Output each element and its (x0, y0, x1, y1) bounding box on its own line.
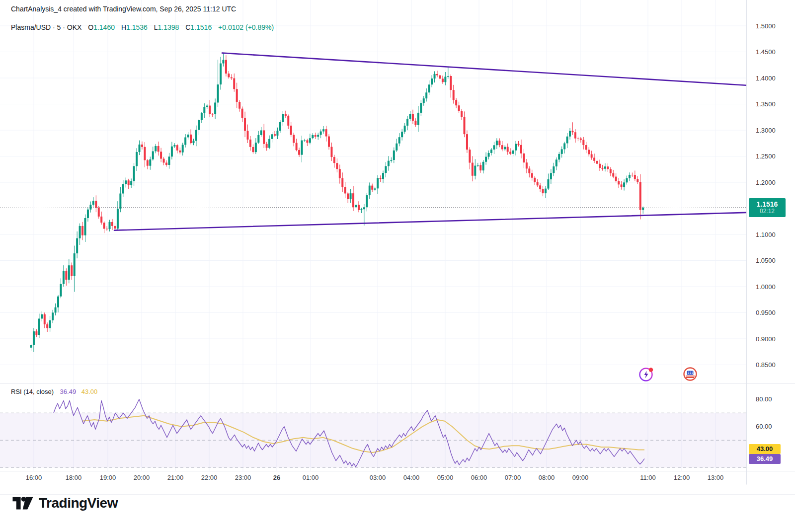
candle-body (81, 226, 83, 235)
price-tick-label[interactable]: 1.2500 (756, 152, 776, 160)
candle-body (322, 129, 324, 131)
candle-body (106, 229, 108, 229)
candle-body (504, 147, 506, 150)
price-tick-label[interactable]: 1.4000 (756, 75, 776, 82)
candle-body (285, 114, 287, 116)
price-tick-label[interactable]: 1.5000 (756, 22, 776, 30)
candle-body (612, 173, 614, 177)
candle-body (466, 134, 468, 150)
candle-body (523, 153, 525, 162)
candle-body (423, 98, 425, 103)
time-tick-label[interactable]: 26 (273, 474, 280, 481)
price-tick-label[interactable]: 1.4500 (756, 48, 776, 56)
price-tick-label[interactable]: 0.9000 (756, 335, 776, 343)
candle-body (147, 160, 149, 165)
symbol-legend[interactable]: Plasma/USD · 5 · OKX O1.1460 H1.1536 L1.… (11, 23, 274, 31)
candle-body (38, 318, 40, 335)
candle-body (371, 186, 373, 190)
candle-body (46, 324, 48, 328)
symbol-name[interactable]: Plasma/USD · 5 · OKX (11, 23, 81, 31)
candle-body (631, 175, 633, 175)
candle-body (436, 74, 438, 76)
time-tick-label[interactable]: 12:00 (674, 474, 690, 481)
rsi-tick-label[interactable]: 80.00 (756, 395, 772, 403)
time-tick-label[interactable]: 13:00 (708, 474, 724, 481)
candle-body (74, 253, 76, 276)
candle-body (328, 137, 330, 147)
time-tick-label[interactable]: 22:00 (201, 474, 218, 481)
candle-body (165, 162, 167, 165)
chart-canvas[interactable]: 1.50001.45001.40001.35001.30001.25001.20… (0, 0, 795, 495)
candle-body (396, 144, 398, 151)
candle-body (260, 130, 262, 135)
price-tick-label[interactable]: 1.3500 (756, 100, 776, 108)
candle-body (474, 166, 476, 176)
candle-body (537, 182, 539, 185)
candle-body (509, 152, 511, 153)
price-tick-label[interactable]: 1.1000 (756, 231, 776, 238)
time-tick-label[interactable]: 21:00 (167, 474, 184, 481)
candle-body (464, 117, 466, 135)
tradingview-logo[interactable]: TradingView (12, 494, 118, 512)
candle-body (593, 157, 595, 160)
candle-body (556, 159, 557, 166)
time-tick-label[interactable]: 01:00 (303, 474, 319, 481)
candle-body (103, 223, 105, 228)
time-tick-label[interactable]: 19:00 (100, 474, 116, 481)
candle-body (201, 113, 203, 120)
candle-body (330, 147, 332, 157)
rsi-value-badge: 36.49 (749, 454, 781, 464)
price-tick-label[interactable]: 0.8500 (756, 361, 776, 369)
candle-body (501, 145, 503, 149)
candle-body (374, 188, 376, 189)
candle-body (520, 145, 522, 153)
candle-body (528, 168, 530, 173)
candle-body (431, 78, 433, 84)
time-tick-label[interactable]: 20:00 (134, 474, 150, 481)
time-tick-label[interactable]: 06:00 (471, 474, 487, 481)
candle-body (547, 179, 549, 189)
tradingview-logo-text: TradingView (39, 495, 118, 511)
candle-body (531, 173, 533, 178)
candle-body (149, 159, 151, 166)
time-tick-label[interactable]: 16:00 (26, 474, 42, 481)
time-tick-label[interactable]: 07:00 (505, 474, 521, 481)
candle-body (518, 144, 520, 145)
close-label: C (185, 23, 190, 31)
candle-body (320, 132, 322, 135)
price-tick-label[interactable]: 1.3000 (756, 127, 776, 134)
rsi-legend[interactable]: RSI (14, close) 36.49 43.00 (11, 388, 97, 395)
candle-body (257, 135, 259, 143)
candle-body (496, 141, 498, 145)
price-tick-label[interactable]: 1.0500 (756, 257, 776, 264)
candle-body (57, 297, 59, 307)
rsi-ma-value: 43.00 (81, 388, 98, 395)
rsi-legend-title[interactable]: RSI (14, close) (11, 388, 54, 395)
trendline-upper-resistance[interactable] (222, 53, 746, 85)
price-tick-label[interactable]: 1.2000 (756, 179, 776, 186)
candle-body (125, 180, 127, 184)
price-tick-label[interactable]: 1.0000 (756, 283, 776, 291)
time-tick-label[interactable]: 11:00 (640, 474, 656, 481)
low-value: 1.1398 (158, 23, 179, 31)
candle-body (539, 185, 541, 189)
flash-icon[interactable] (638, 366, 654, 382)
candle-body (163, 158, 165, 162)
candle-body (344, 187, 346, 194)
candle-body (184, 138, 186, 145)
price-tick-label[interactable]: 0.9500 (756, 309, 776, 316)
candle-body (380, 178, 382, 179)
us-flag-calendar-icon[interactable] (682, 366, 698, 382)
time-tick-label[interactable]: 18:00 (66, 474, 82, 481)
candle-body (222, 60, 224, 64)
time-tick-label[interactable]: 03:00 (370, 474, 386, 481)
time-tick-label[interactable]: 05:00 (437, 474, 454, 481)
time-tick-label[interactable]: 23:00 (235, 474, 251, 481)
time-tick-label[interactable]: 04:00 (403, 474, 420, 481)
candle-body (315, 135, 317, 137)
rsi-tick-label[interactable]: 60.00 (756, 423, 772, 430)
time-tick-label[interactable]: 08:00 (539, 474, 555, 481)
candle-body (469, 150, 471, 162)
time-tick-label[interactable]: 09:00 (572, 474, 589, 481)
candle-body (87, 210, 89, 218)
